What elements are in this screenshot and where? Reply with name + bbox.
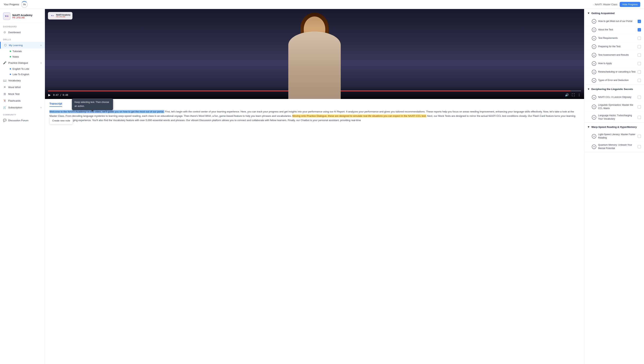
lesson-label-how-to-get-most: How to get Most out of our Portal [598,20,636,23]
sidebar-item-notes[interactable]: Notes [7,54,45,59]
lesson-types-of-error[interactable]: ▶ Types of Error and Deduction [584,76,644,85]
section-header-getting-acquainted[interactable]: ▼ Getting Acquainted [584,9,644,17]
transcript-text: Keep selecting text. Then choose an acti… [50,110,580,123]
sidebar-item-my-learning[interactable]: ⬡ My Learning ∧ [0,42,45,49]
lesson-test-assessment[interactable]: ▶ Test Assessment and Results [584,51,644,59]
lesson-label-types-of-error: Types of Error and Deduction [598,79,636,82]
sidebar-label-vocabulary: Vocabulary [8,79,21,82]
panel-section-deciphering: ▼ Deciphering the Linguistic Secrets ▶ N… [584,85,644,123]
section-label-dashboard: DASHBOARD [0,23,45,29]
section-header-deciphering[interactable]: ▼ Deciphering the Linguistic Secrets [584,85,644,93]
checkbox-how-to-get-most[interactable]: ✓ [638,20,641,23]
notes-dot [10,56,11,57]
sidebar-item-tutorials[interactable]: Tutorials [7,49,45,54]
my-learning-icon: ⬡ [4,44,7,47]
section-header-warp-speed[interactable]: ▼ Warp-Speed Reading & HyperMemory [584,123,644,131]
section-label-community: COMMUNITY [0,111,45,117]
dashboard-icon: ⊙ [3,31,6,34]
breadcrumb-chevron: › [593,3,594,6]
top-bar: Your Progress 7% › NAATI: Master Class H… [0,0,644,9]
lesson-linguistic-gymnastics[interactable]: ▶ Linguistic Gymnastics: Master the CCL … [584,102,644,112]
selection-tooltip: Keep selecting text. Then choose an acti… [72,98,113,110]
practice-dialogue-subnav: English To Lote Lote To English [0,66,45,77]
logo-icon: क A [3,12,10,20]
sidebar-item-discussion-forum[interactable]: 💬 Discussion Forum [0,117,45,124]
play-pause-button[interactable]: ▶ [48,93,51,97]
getting-acquainted-chevron: ▼ [587,12,590,15]
lesson-rescheduling[interactable]: ▶ Resescheduling or cancelling a Test [584,68,644,76]
checkbox-language-hacks[interactable] [638,116,641,119]
presenter-body [288,32,341,99]
breadcrumb: › NAATI: Master Class [593,3,618,6]
fullscreen-button[interactable]: ⛶ [571,93,575,97]
checkbox-test-assessment[interactable] [638,53,641,57]
volume-button[interactable]: 🔊 [564,93,569,97]
create-note-menu-item[interactable]: Create new note [50,117,73,124]
checkbox-preparing-for-test[interactable] [638,45,641,48]
checkbox-quantum-memory[interactable] [638,145,641,148]
checkbox-linguistic-gymnastics[interactable] [638,105,641,109]
sidebar-item-dashboard[interactable]: ⊙ Dashboard [0,29,45,36]
play-icon-test-assessment: ▶ [592,53,596,57]
checkbox-rescheduling[interactable] [638,70,641,74]
progress-circle: 7% [21,1,28,8]
play-icon-types-of-error: ▶ [592,78,596,83]
lesson-preparing-for-test[interactable]: ▶ Preparing for the Test [584,43,644,51]
sidebar-item-english-to-lote[interactable]: English To Lote [7,66,45,72]
lesson-language-hacks[interactable]: ▶ Language Hacks: Turbocharging Your Voc… [584,112,644,123]
lesson-label-linguistic-gymnastics: Linguistic Gymnastics: Master the CCL Ma… [598,103,636,110]
sidebar-label-tutorials: Tutorials [12,50,22,53]
watermark-brand: NAATI Academy [56,14,70,16]
hide-progress-button[interactable]: Hide Progress [620,2,640,7]
play-icon-naati-ccl: ▶ [592,95,596,100]
logo-subtitle: PR LIFELINE [12,17,32,19]
lesson-quantum-memory[interactable]: ▶ Quantum Memory: Unleash Your Mental Po… [584,141,644,152]
video-watermark: क A NAATI Academy PR LIFELINE [48,12,72,20]
lesson-label-test-requirements: Test Requirements [598,37,636,40]
checkbox-light-speed[interactable] [638,135,641,138]
lesson-label-about-the-test: About the Test [598,28,636,32]
deciphering-label: Deciphering the Linguistic Secrets [592,88,633,91]
sidebar-item-vocabulary[interactable]: 📖 Vocabulary [0,77,45,84]
sidebar-item-mock-test[interactable]: ⊞ Mock Test [0,91,45,97]
sidebar-label-practice-dialogue: Practice Dialogue [8,62,28,64]
checkbox-types-of-error[interactable] [638,79,641,82]
checkbox-test-requirements[interactable] [638,37,641,40]
transcript-highlighted-yellow: Moving onto Practice Dialogue, these are… [292,114,426,117]
logo-text: NAATI Academy PR LIFELINE [12,14,32,19]
sidebar-item-word-whirl[interactable]: ✕ Word Whirl [0,84,45,91]
panel-section-warp-speed: ▼ Warp-Speed Reading & HyperMemory ▶ Lig… [584,123,644,152]
lesson-light-speed[interactable]: ▶ Light-Speed Literacy: Master Faster Re… [584,131,644,141]
lesson-how-to-get-most[interactable]: ▶ How to get Most out of our Portal ✓ [584,17,644,26]
sidebar-item-lote-to-english[interactable]: Lote To English [7,72,45,77]
sidebar-item-flashcards[interactable]: 🃏 Flashcards [0,97,45,104]
sidebar-label-flashcards: Flashcards [8,99,20,102]
content-area: क A NAATI Academy PR LIFELINE ▶ 0:47 / [45,9,584,364]
checkbox-how-to-apply[interactable] [638,62,641,65]
sidebar-label-notes: Notes [12,55,19,58]
english-lote-dot [10,68,11,70]
sidebar-item-practice-dialogue[interactable]: 🎤 Practice Dialogue ∧ [0,59,45,66]
lesson-about-the-test[interactable]: ▶ About the Test ✓ [584,26,644,34]
more-options-button[interactable]: ⋮ [577,93,581,97]
video-player[interactable]: क A NAATI Academy PR LIFELINE ▶ 0:47 / [45,9,584,99]
practice-dialogue-icon: 🎤 [3,61,6,65]
vocabulary-icon: 📖 [3,79,6,82]
watermark-sub: PR LIFELINE [56,16,70,18]
transcript-tab[interactable]: Transcript [50,102,62,107]
my-learning-chevron: ∧ [40,44,42,47]
play-icon-quantum-memory: ▶ [592,144,596,149]
checkbox-naati-ccl[interactable] [638,96,641,99]
lesson-label-how-to-apply: How to Apply [598,62,636,65]
lesson-label-preparing-for-test: Preparing for the Test [598,45,636,48]
transcript-section: Transcript Keep selecting text. Then cho… [45,99,584,126]
lesson-naati-ccl-lexicon[interactable]: ▶ NAATI CCL: A Lexicon Odyssey [584,93,644,102]
word-whirl-icon: ✕ [3,85,6,89]
sidebar-item-subscription[interactable]: 🛒 Subscription ∨ [0,104,45,111]
lesson-how-to-apply[interactable]: ▶ How to Apply [584,59,644,68]
flashcards-icon: 🃏 [3,99,6,102]
checkbox-about-the-test[interactable]: ✓ [638,28,641,32]
play-icon-rescheduling: ▶ [592,70,596,74]
main-layout: क A NAATI Academy PR LIFELINE DASHBOARD … [0,9,644,364]
lesson-test-requirements[interactable]: ▶ Test Requirements [584,34,644,43]
